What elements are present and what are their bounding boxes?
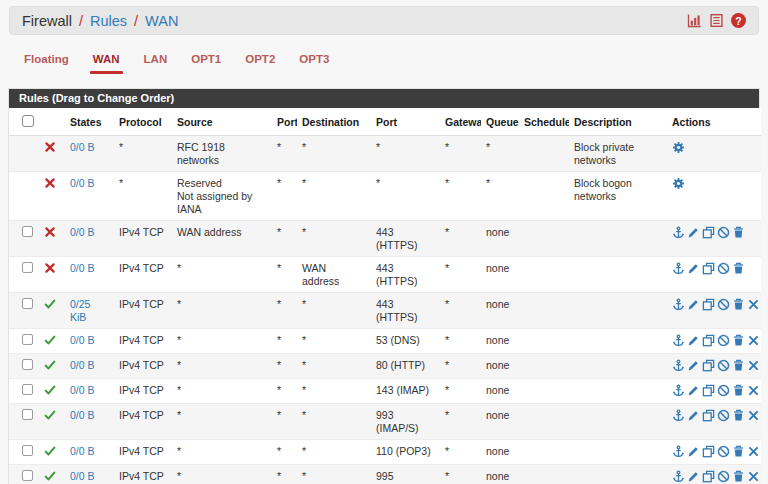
tab-floating[interactable]: Floating xyxy=(12,46,81,75)
states-link[interactable]: 0/0 B xyxy=(70,334,95,346)
trash-icon[interactable] xyxy=(732,262,745,275)
anchor-icon[interactable] xyxy=(672,298,685,311)
copy-icon[interactable] xyxy=(702,445,715,458)
cell-state xyxy=(39,221,65,257)
anchor-icon[interactable] xyxy=(672,359,685,372)
trash-icon[interactable] xyxy=(732,226,745,239)
rule-checkbox[interactable] xyxy=(22,470,33,481)
trash-icon[interactable] xyxy=(732,334,745,347)
delete-x-icon[interactable] xyxy=(747,409,760,422)
states-link[interactable]: 0/0 B xyxy=(70,409,95,421)
cell-states: 0/0 B xyxy=(65,172,114,221)
breadcrumb-item-wan[interactable]: WAN xyxy=(145,13,178,29)
log-icon[interactable] xyxy=(709,13,724,28)
disable-icon[interactable] xyxy=(717,409,730,422)
edit-pencil-icon[interactable] xyxy=(687,445,700,458)
trash-icon[interactable] xyxy=(732,409,745,422)
states-link[interactable]: 0/0 B xyxy=(70,226,95,238)
edit-pencil-icon[interactable] xyxy=(687,262,700,275)
rule-checkbox[interactable] xyxy=(22,359,33,370)
disable-icon[interactable] xyxy=(717,470,730,483)
delete-x-icon[interactable] xyxy=(747,334,760,347)
copy-icon[interactable] xyxy=(702,470,715,483)
anchor-icon[interactable] xyxy=(672,334,685,347)
column-header-description-11: Description xyxy=(569,108,667,136)
states-link[interactable]: 0/0 B xyxy=(70,470,95,482)
copy-icon[interactable] xyxy=(702,409,715,422)
rule-checkbox[interactable] xyxy=(22,226,33,237)
delete-x-icon[interactable] xyxy=(747,445,760,458)
select-all-checkbox[interactable] xyxy=(22,115,34,127)
cell-protocol: IPv4 TCP xyxy=(114,354,172,379)
rule-row-9: 0/0 BIPv4 TCP***993 (IMAP/S)*none xyxy=(9,404,761,440)
edit-pencil-icon[interactable] xyxy=(687,384,700,397)
help-icon[interactable]: ? xyxy=(731,13,746,28)
interface-tabs: FloatingWANLANOPT1OPT2OPT3 xyxy=(12,46,768,75)
cell-description xyxy=(569,354,667,379)
rule-checkbox[interactable] xyxy=(22,334,33,345)
cell-source: * xyxy=(172,293,272,329)
states-link[interactable]: 0/0 B xyxy=(70,262,95,274)
states-link[interactable]: 0/0 B xyxy=(70,177,95,189)
tab-lan[interactable]: LAN xyxy=(132,46,180,75)
copy-icon[interactable] xyxy=(702,334,715,347)
tab-opt1[interactable]: OPT1 xyxy=(179,46,233,75)
trash-icon[interactable] xyxy=(732,384,745,397)
rule-checkbox[interactable] xyxy=(22,409,33,420)
states-link[interactable]: 0/25 KiB xyxy=(70,298,90,323)
copy-icon[interactable] xyxy=(702,262,715,275)
disable-icon[interactable] xyxy=(717,298,730,311)
rule-checkbox[interactable] xyxy=(22,262,33,273)
disable-icon[interactable] xyxy=(717,226,730,239)
edit-pencil-icon[interactable] xyxy=(687,298,700,311)
anchor-icon[interactable] xyxy=(672,226,685,239)
cell-state xyxy=(39,379,65,404)
trash-icon[interactable] xyxy=(732,298,745,311)
copy-icon[interactable] xyxy=(702,359,715,372)
cell-state xyxy=(39,354,65,379)
anchor-icon[interactable] xyxy=(672,409,685,422)
tab-opt3[interactable]: OPT3 xyxy=(287,46,341,75)
traffic-graph-icon[interactable] xyxy=(687,13,702,28)
delete-x-icon[interactable] xyxy=(747,470,760,483)
states-link[interactable]: 0/0 B xyxy=(70,445,95,457)
anchor-icon[interactable] xyxy=(672,445,685,458)
trash-icon[interactable] xyxy=(732,445,745,458)
edit-pencil-icon[interactable] xyxy=(687,409,700,422)
edit-pencil-icon[interactable] xyxy=(687,226,700,239)
anchor-icon[interactable] xyxy=(672,384,685,397)
edit-pencil-icon[interactable] xyxy=(687,470,700,483)
disable-icon[interactable] xyxy=(717,334,730,347)
copy-icon[interactable] xyxy=(702,226,715,239)
rule-checkbox[interactable] xyxy=(22,384,33,395)
anchor-icon[interactable] xyxy=(672,262,685,275)
gear-icon[interactable] xyxy=(672,177,685,190)
states-link[interactable]: 0/0 B xyxy=(70,384,95,396)
states-link[interactable]: 0/0 B xyxy=(70,141,95,153)
cell-description: Block private networks xyxy=(569,136,667,172)
delete-x-icon[interactable] xyxy=(747,359,760,372)
disable-icon[interactable] xyxy=(717,359,730,372)
anchor-icon[interactable] xyxy=(672,470,685,483)
cell-select xyxy=(9,404,39,440)
edit-pencil-icon[interactable] xyxy=(687,334,700,347)
rule-checkbox[interactable] xyxy=(22,445,33,456)
trash-icon[interactable] xyxy=(732,359,745,372)
trash-icon[interactable] xyxy=(732,470,745,483)
disable-icon[interactable] xyxy=(717,262,730,275)
tab-wan[interactable]: WAN xyxy=(81,46,132,75)
gear-icon[interactable] xyxy=(672,141,685,154)
delete-x-icon[interactable] xyxy=(747,298,760,311)
disable-icon[interactable] xyxy=(717,445,730,458)
copy-icon[interactable] xyxy=(702,298,715,311)
breadcrumb-item-rules[interactable]: Rules xyxy=(90,13,127,29)
cell-protocol: IPv4 TCP xyxy=(114,257,172,293)
rule-checkbox[interactable] xyxy=(22,298,33,309)
edit-pencil-icon[interactable] xyxy=(687,359,700,372)
disable-icon[interactable] xyxy=(717,384,730,397)
cell-src-port: * xyxy=(272,221,297,257)
copy-icon[interactable] xyxy=(702,384,715,397)
delete-x-icon[interactable] xyxy=(747,384,760,397)
states-link[interactable]: 0/0 B xyxy=(70,359,95,371)
tab-opt2[interactable]: OPT2 xyxy=(233,46,287,75)
